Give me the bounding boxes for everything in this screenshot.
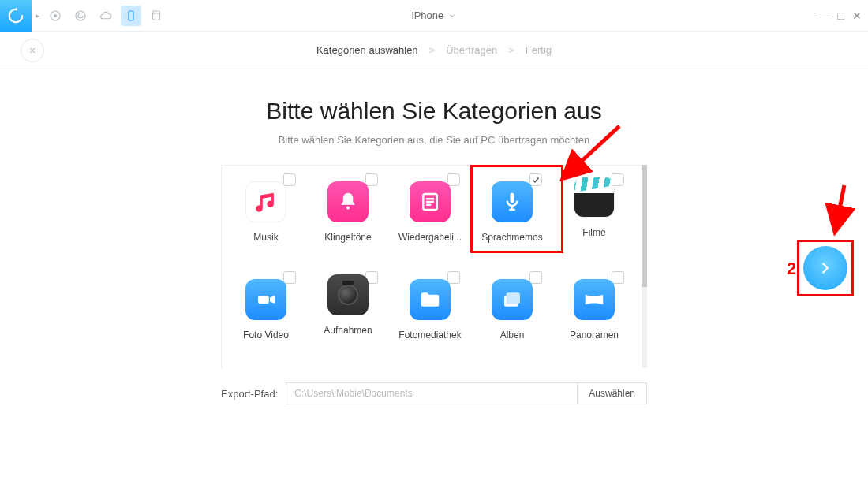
device-name: iPhone (412, 9, 443, 21)
export-path-input[interactable]: C:\Users\iMobie\Documents (286, 383, 577, 404)
cloud-tab-icon[interactable] (95, 6, 116, 26)
apps-tab-icon[interactable] (146, 6, 166, 26)
export-path-label: Export-Pfad: (221, 388, 278, 400)
wizard-sep-1: > (429, 44, 436, 56)
annotation-number-1: 1 (573, 152, 582, 173)
category-music-label: Musik (253, 232, 278, 243)
chevron-right-icon (817, 259, 834, 277)
category-movies-label: Filme (582, 227, 605, 238)
checkbox-movies[interactable] (612, 173, 624, 186)
wizard-sep-2: > (508, 44, 514, 56)
category-panel: Musik Klingeltöne Wiedergabeli... (221, 165, 647, 368)
category-movies[interactable]: Filme (553, 173, 635, 271)
wizard-steps: Kategorien auswählen > Übertragen > Fert… (0, 32, 868, 69)
close-button[interactable]: ✕ (852, 10, 862, 21)
svg-rect-18 (507, 292, 521, 304)
checkbox-photovideo[interactable] (283, 271, 296, 284)
music-tab-icon[interactable] (45, 6, 65, 26)
next-button[interactable] (803, 246, 847, 290)
category-panoramas[interactable]: Panoramen (553, 271, 635, 368)
category-voicememos-label: Sprachmemos (481, 232, 542, 243)
svg-rect-15 (258, 296, 269, 304)
wizard-close-button[interactable] (21, 39, 44, 62)
category-playlists-label: Wiedergabeli... (398, 232, 462, 243)
checkbox-playlists[interactable] (447, 173, 460, 186)
export-path-box: C:\Users\iMobie\Documents Auswählen (286, 382, 647, 404)
albums-icon (492, 279, 533, 320)
category-panoramas-label: Panoramen (570, 330, 619, 341)
category-photovideo-label: Foto Video (243, 330, 289, 341)
svg-line-22 (836, 185, 844, 225)
playlist-icon (410, 181, 451, 222)
category-albums-label: Alben (500, 330, 525, 341)
camera-icon (327, 274, 369, 315)
export-path-row: Export-Pfad: C:\Users\iMobie\Documents A… (221, 382, 647, 404)
scrollbar-thumb[interactable] (642, 165, 647, 287)
clapperboard-icon (574, 177, 615, 218)
category-music[interactable]: Musik (225, 173, 307, 271)
checkbox-ringtones[interactable] (365, 173, 378, 186)
category-photovideo[interactable]: Foto Video (225, 271, 307, 368)
microphone-icon (492, 181, 533, 222)
checkbox-albums[interactable] (529, 271, 542, 284)
category-recordings-label: Aufnahmen (324, 325, 372, 336)
bell-icon (327, 181, 369, 222)
checkbox-panoramas[interactable] (612, 271, 624, 284)
export-path-browse-button[interactable]: Auswählen (577, 383, 646, 404)
music-icon (245, 181, 286, 222)
next-button-wrap (803, 246, 847, 290)
window-controls: — □ ✕ (819, 0, 862, 32)
chevron-down-icon (448, 12, 456, 20)
category-albums[interactable]: Alben (471, 271, 553, 368)
wizard-step-done: Fertig (526, 44, 552, 56)
logo-dropdown-icon[interactable]: ▸ (32, 0, 43, 32)
video-icon (245, 279, 286, 320)
toolbar: ▸ iPhone — □ ✕ (0, 0, 868, 32)
backup-tab-icon[interactable] (70, 6, 91, 26)
category-ringtones[interactable]: Klingeltöne (307, 173, 389, 271)
checkbox-music[interactable] (283, 173, 296, 186)
category-panel-inner: Musik Klingeltöne Wiedergabeli... (221, 165, 647, 368)
category-grid: Musik Klingeltöne Wiedergabeli... (225, 173, 644, 368)
annotation-number-2: 2 (787, 259, 796, 279)
page-title: Bitte wählen Sie Kategorien aus (0, 98, 868, 125)
svg-point-2 (76, 11, 85, 20)
svg-marker-16 (270, 296, 275, 304)
maximize-button[interactable]: □ (838, 10, 844, 21)
svg-rect-12 (511, 193, 514, 203)
category-ringtones-label: Klingeltöne (324, 232, 371, 243)
checkbox-photolib[interactable] (447, 271, 460, 284)
category-recordings[interactable]: Aufnahmen (307, 271, 389, 368)
checkbox-voicememos[interactable] (529, 173, 542, 186)
panorama-icon (574, 279, 615, 320)
svg-point-1 (54, 14, 57, 17)
category-photolib-label: Fotomediathek (398, 330, 461, 341)
app-logo (0, 0, 32, 32)
minimize-button[interactable]: — (819, 10, 830, 21)
category-voicememos[interactable]: Sprachmemos (471, 173, 553, 271)
svg-rect-3 (129, 11, 133, 20)
device-selector[interactable]: iPhone (412, 9, 456, 21)
wizard-step-transfer: Übertragen (446, 44, 497, 56)
annotation-arrow-2 (821, 181, 860, 237)
wizard-step-select: Kategorien auswählen (316, 44, 418, 56)
category-photolib[interactable]: Fotomediathek (389, 271, 471, 368)
page-subtitle: Bitte wählen Sie Kategorien aus, die Sie… (0, 134, 868, 146)
category-playlists[interactable]: Wiedergabeli... (389, 173, 471, 271)
toolbar-left: ▸ (0, 0, 169, 31)
folder-icon (410, 279, 451, 320)
svg-point-7 (346, 207, 350, 210)
device-tab-icon[interactable] (121, 6, 141, 26)
